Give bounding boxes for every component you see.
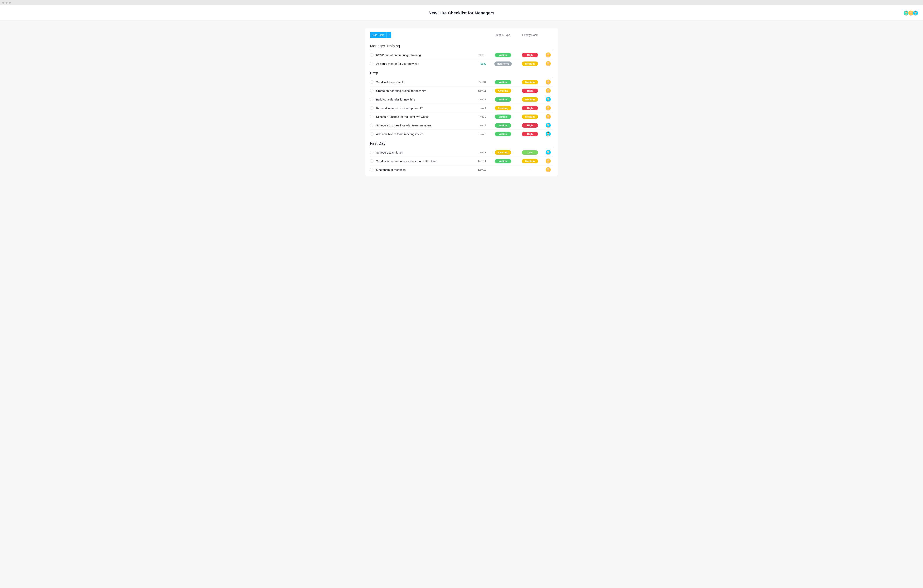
section-title[interactable]: First Day — [370, 138, 553, 147]
task-due-date[interactable]: Today — [474, 62, 489, 65]
task-assignee-cell[interactable] — [544, 159, 553, 164]
task-row[interactable]: Send welcome email!Oct 31ActionMedium — [370, 78, 553, 87]
member-avatar[interactable] — [913, 10, 918, 16]
task-status-cell[interactable]: Action — [489, 97, 516, 102]
task-assignee-cell[interactable] — [544, 167, 553, 172]
task-priority-cell[interactable]: Medium — [516, 62, 544, 66]
task-priority-cell[interactable]: Medium — [516, 115, 544, 119]
task-name[interactable]: Add new hire to team meeting invites — [376, 133, 474, 136]
task-status-cell[interactable]: Awaiting — [489, 106, 516, 110]
section-title[interactable]: Prep — [370, 68, 553, 77]
complete-checkbox[interactable] — [370, 124, 373, 127]
task-due-date[interactable]: Nov 1 — [474, 106, 489, 110]
task-assignee-cell[interactable] — [544, 150, 553, 155]
task-name[interactable]: Send welcome email! — [376, 80, 474, 84]
task-row[interactable]: Meet them at receptionNov 12—— — [370, 165, 553, 174]
section-title[interactable]: Manager Training — [370, 41, 553, 50]
task-priority-cell[interactable]: High — [516, 123, 544, 128]
task-assignee-cell[interactable] — [544, 88, 553, 93]
complete-checkbox[interactable] — [370, 80, 373, 84]
task-priority-cell[interactable]: High — [516, 132, 544, 136]
task-status-cell[interactable]: Action — [489, 115, 516, 119]
task-row[interactable]: Schedule lunches for their first two wee… — [370, 112, 553, 121]
task-assignee-cell[interactable] — [544, 80, 553, 85]
task-due-date[interactable]: Oct 15 — [474, 54, 489, 56]
complete-checkbox[interactable] — [370, 53, 373, 57]
assignee-avatar[interactable] — [546, 167, 551, 172]
assignee-avatar[interactable] — [546, 52, 551, 57]
task-due-date[interactable]: Nov 8 — [474, 98, 489, 101]
task-status-cell[interactable]: Action — [489, 80, 516, 84]
assignee-avatar[interactable] — [546, 123, 551, 128]
task-status-cell[interactable]: — — [489, 168, 516, 171]
task-status-cell[interactable]: Awaiting — [489, 150, 516, 155]
column-header-status[interactable]: Status Type — [489, 33, 516, 36]
complete-checkbox[interactable] — [370, 132, 373, 136]
assignee-avatar[interactable] — [546, 88, 551, 93]
task-row[interactable]: Create on-boarding project for new hireN… — [370, 87, 553, 95]
task-name[interactable]: Build out calendar for new hire — [376, 98, 474, 101]
complete-checkbox[interactable] — [370, 89, 373, 92]
task-row[interactable]: Assign a mentor for your new hireTodayRe… — [370, 59, 553, 68]
assignee-avatar[interactable] — [546, 159, 551, 164]
assignee-avatar[interactable] — [546, 105, 551, 110]
task-assignee-cell[interactable] — [544, 114, 553, 119]
task-due-date[interactable]: Nov 8 — [474, 133, 489, 136]
complete-checkbox[interactable] — [370, 151, 373, 154]
task-priority-cell[interactable]: Medium — [516, 159, 544, 163]
task-priority-cell[interactable]: High — [516, 106, 544, 110]
task-row[interactable]: RSVP and attend manager trainingOct 15Ac… — [370, 51, 553, 59]
assignee-avatar[interactable] — [546, 150, 551, 155]
task-due-date[interactable]: Nov 8 — [474, 151, 489, 154]
assignee-avatar[interactable] — [546, 80, 551, 85]
task-priority-cell[interactable]: High — [516, 53, 544, 57]
task-due-date[interactable]: Nov 8 — [474, 115, 489, 118]
complete-checkbox[interactable] — [370, 62, 373, 66]
task-assignee-cell[interactable] — [544, 97, 553, 102]
complete-checkbox[interactable] — [370, 115, 373, 118]
column-header-priority[interactable]: Priority Rank — [516, 33, 544, 36]
task-priority-cell[interactable]: — — [516, 168, 544, 171]
task-assignee-cell[interactable] — [544, 105, 553, 110]
task-status-cell[interactable]: Action — [489, 53, 516, 57]
task-row[interactable]: Schedule 1:1 meetings with team membersN… — [370, 121, 553, 130]
task-name[interactable]: Meet them at reception — [376, 168, 474, 171]
task-row[interactable]: Request laptop + desk setup from ITNov 1… — [370, 104, 553, 112]
task-status-cell[interactable]: Action — [489, 132, 516, 136]
task-row[interactable]: Add new hire to team meeting invitesNov … — [370, 130, 553, 138]
task-assignee-cell[interactable] — [544, 52, 553, 57]
task-due-date[interactable]: Nov 11 — [474, 89, 489, 92]
assignee-avatar[interactable] — [546, 97, 551, 102]
task-name[interactable]: RSVP and attend manager training — [376, 53, 474, 57]
add-task-button[interactable]: Add Task — [370, 32, 386, 38]
task-assignee-cell[interactable] — [544, 131, 553, 136]
task-row[interactable]: Schedule team lunchNov 8AwaitingLow — [370, 148, 553, 157]
task-priority-cell[interactable]: Low — [516, 150, 544, 155]
task-priority-cell[interactable]: Medium — [516, 80, 544, 84]
task-due-date[interactable]: Nov 12 — [474, 168, 489, 171]
task-name[interactable]: Send new hire announcement email to the … — [376, 159, 474, 163]
task-due-date[interactable]: Nov 11 — [474, 160, 489, 162]
task-priority-cell[interactable]: Medium — [516, 97, 544, 102]
task-due-date[interactable]: Oct 31 — [474, 81, 489, 84]
task-name[interactable]: Create on-boarding project for new hire — [376, 89, 474, 92]
task-priority-cell[interactable]: High — [516, 88, 544, 93]
assignee-avatar[interactable] — [546, 114, 551, 119]
complete-checkbox[interactable] — [370, 98, 373, 101]
task-due-date[interactable]: Nov 8 — [474, 124, 489, 127]
task-row[interactable]: Build out calendar for new hireNov 8Acti… — [370, 95, 553, 104]
assignee-avatar[interactable] — [546, 61, 551, 66]
task-name[interactable]: Schedule 1:1 meetings with team members — [376, 124, 474, 127]
task-name[interactable]: Assign a mentor for your new hire — [376, 62, 474, 66]
task-status-cell[interactable]: Awaiting — [489, 88, 516, 93]
complete-checkbox[interactable] — [370, 106, 373, 110]
task-status-cell[interactable]: Action — [489, 159, 516, 163]
task-row[interactable]: Send new hire announcement email to the … — [370, 157, 553, 165]
complete-checkbox[interactable] — [370, 168, 373, 171]
task-name[interactable]: Schedule lunches for their first two wee… — [376, 115, 474, 118]
task-name[interactable]: Request laptop + desk setup from IT — [376, 106, 474, 110]
task-assignee-cell[interactable] — [544, 123, 553, 128]
assignee-avatar[interactable] — [546, 131, 551, 136]
task-status-cell[interactable]: Reference — [489, 62, 516, 66]
complete-checkbox[interactable] — [370, 159, 373, 163]
